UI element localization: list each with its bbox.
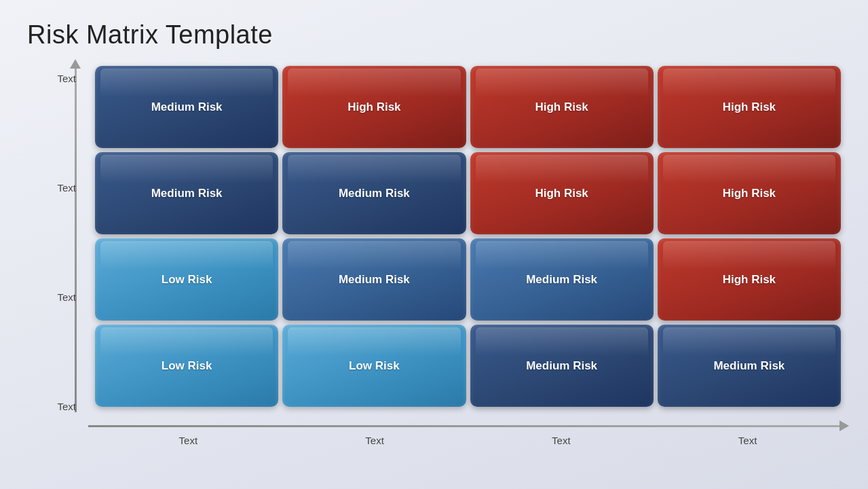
x-axis-arrow: [88, 425, 841, 427]
x-label-3: Text: [468, 435, 655, 446]
cell-1-1[interactable]: Medium Risk: [282, 152, 466, 234]
x-axis: Text Text Text Text: [95, 412, 841, 446]
y-label-2: Text: [57, 182, 88, 194]
cell-0-3[interactable]: High Risk: [658, 66, 841, 148]
y-label-4: Text: [57, 401, 88, 412]
cell-2-2[interactable]: Medium Risk: [470, 238, 654, 321]
page-title: Risk Matrix Template: [27, 20, 841, 50]
cell-0-1[interactable]: High Risk: [282, 66, 466, 148]
x-label-2: Text: [282, 435, 468, 446]
y-axis-line: [75, 66, 77, 412]
x-label-1: Text: [95, 435, 282, 446]
cell-1-3[interactable]: High Risk: [658, 152, 841, 234]
cell-1-0[interactable]: Medium Risk: [95, 152, 278, 234]
cell-2-1[interactable]: Medium Risk: [282, 238, 466, 321]
cell-3-3[interactable]: Medium Risk: [658, 325, 841, 407]
slide: Risk Matrix Template Text Text Text Text…: [0, 0, 868, 489]
cell-1-2[interactable]: High Risk: [470, 152, 654, 234]
cell-2-3[interactable]: High Risk: [658, 238, 841, 321]
main-content: Medium Risk High Risk High Risk High Ris…: [88, 66, 841, 446]
cell-3-1[interactable]: Low Risk: [282, 325, 466, 407]
cell-0-2[interactable]: High Risk: [470, 66, 654, 148]
cell-3-2[interactable]: Medium Risk: [470, 325, 654, 407]
cell-3-0[interactable]: Low Risk: [95, 325, 278, 407]
chart-area: Text Text Text Text Medium Risk High Ris…: [27, 66, 841, 446]
y-axis: Text Text Text Text: [27, 66, 88, 446]
y-label-1: Text: [57, 73, 88, 84]
x-label-4: Text: [654, 435, 841, 446]
cell-2-0[interactable]: Low Risk: [95, 238, 278, 321]
x-labels: Text Text Text Text: [95, 431, 841, 446]
y-label-3: Text: [57, 291, 88, 303]
cell-0-0[interactable]: Medium Risk: [95, 66, 278, 148]
risk-matrix-grid: Medium Risk High Risk High Risk High Ris…: [95, 66, 841, 412]
x-axis-line: [88, 425, 841, 427]
